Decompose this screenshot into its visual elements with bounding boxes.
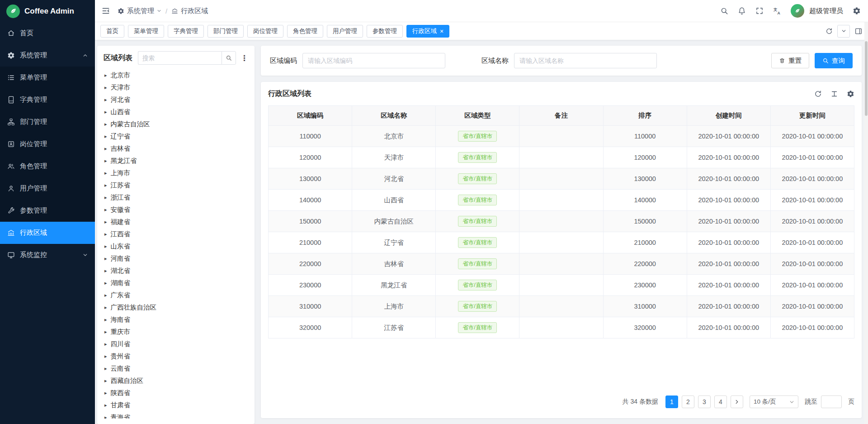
tree-item[interactable]: ▸ 海南省: [104, 314, 248, 326]
more-dots-icon[interactable]: ⋮: [241, 54, 248, 62]
tree-item[interactable]: ▸ 山西省: [104, 106, 248, 118]
tree-item-label: 青海省: [111, 413, 131, 419]
tree-item[interactable]: ▸ 陕西省: [104, 387, 248, 399]
page-tab[interactable]: 部门管理: [208, 25, 244, 38]
tree-item[interactable]: ▸ 青海省: [104, 411, 248, 419]
tree-item[interactable]: ▸ 江苏省: [104, 179, 248, 191]
sidebar-item-system-monitor[interactable]: 系统监控: [0, 244, 95, 266]
tree-item[interactable]: ▸ 湖南省: [104, 277, 248, 289]
page-tab[interactable]: 用户管理: [327, 25, 363, 38]
current-user-name[interactable]: 超级管理员: [809, 7, 843, 15]
table-row[interactable]: 310000 上海市 省市/直辖市 310000 2020-10-01 00:0…: [269, 296, 854, 317]
table-row[interactable]: 120000 天津市 省市/直辖市 120000 2020-10-01 00:0…: [269, 147, 854, 168]
sidebar-subitem[interactable]: 字典管理: [0, 89, 95, 111]
tab-actions-dropdown[interactable]: [837, 25, 850, 38]
sidebar-subitem[interactable]: 菜单管理: [0, 67, 95, 89]
tree-item[interactable]: ▸ 河南省: [104, 252, 248, 265]
reset-button[interactable]: 重置: [771, 53, 809, 68]
search-button[interactable]: 查询: [815, 53, 853, 68]
scrollbar-thumb[interactable]: [865, 41, 868, 116]
tree-item[interactable]: ▸ 上海市: [104, 167, 248, 179]
page-jump-input[interactable]: [821, 395, 842, 408]
breadcrumb-item-system[interactable]: 系统管理: [118, 7, 161, 15]
sidebar-subitem[interactable]: 岗位管理: [0, 133, 95, 155]
tree-item[interactable]: ▸ 安徽省: [104, 204, 248, 216]
region-table-card: 行政区域列表 区域编码区域名称区域类型备注排序创建时间更新时间: [261, 82, 862, 418]
page-size-select[interactable]: 10 条/页: [750, 395, 798, 408]
close-icon[interactable]: ×: [440, 28, 443, 34]
page-button[interactable]: 3: [698, 395, 711, 408]
vertical-scrollbar[interactable]: [864, 22, 868, 424]
region-code-input[interactable]: [302, 53, 445, 68]
page-tab[interactable]: 角色管理: [287, 25, 323, 38]
sidebar-subitem[interactable]: 参数管理: [0, 200, 95, 222]
tree-item[interactable]: ▸ 辽宁省: [104, 130, 248, 143]
search-icon[interactable]: [720, 7, 728, 15]
tree-item[interactable]: ▸ 福建省: [104, 216, 248, 228]
page-tab[interactable]: 菜单管理: [128, 25, 164, 38]
sidebar-subitem[interactable]: 行政区域: [0, 222, 95, 244]
tree-item[interactable]: ▸ 河北省: [104, 94, 248, 106]
refresh-icon[interactable]: [814, 90, 822, 98]
cell-sort: 110000: [603, 126, 687, 147]
page-tab[interactable]: 参数管理: [367, 25, 403, 38]
page-tab[interactable]: 字典管理: [168, 25, 204, 38]
tree-item[interactable]: ▸ 湖北省: [104, 265, 248, 277]
tree-item[interactable]: ▸ 山东省: [104, 240, 248, 252]
tree-item[interactable]: ▸ 吉林省: [104, 143, 248, 155]
cell-updated-time: 2020-10-01 00:00:00: [770, 296, 854, 317]
table-row[interactable]: 210000 辽宁省 省市/直辖市 210000 2020-10-01 00:0…: [269, 232, 854, 253]
page-button[interactable]: 2: [682, 395, 694, 408]
page-tab[interactable]: 行政区域 ×: [406, 25, 449, 38]
table-row[interactable]: 220000 吉林省 省市/直辖市 220000 2020-10-01 00:0…: [269, 253, 854, 275]
translate-icon[interactable]: [773, 7, 781, 15]
tree-item[interactable]: ▸ 北京市: [104, 69, 248, 81]
refresh-icon[interactable]: [826, 28, 833, 35]
tree-item[interactable]: ▸ 广东省: [104, 289, 248, 301]
sidebar-subitem[interactable]: 部门管理: [0, 111, 95, 133]
table-row[interactable]: 320000 江苏省 省市/直辖市 320000 2020-10-01 00:0…: [269, 317, 854, 338]
sidebar-subitem[interactable]: 角色管理: [0, 155, 95, 177]
next-page-button[interactable]: [731, 395, 743, 408]
bell-icon[interactable]: [738, 7, 746, 15]
tree-item[interactable]: ▸ 重庆市: [104, 326, 248, 338]
layout-icon[interactable]: [854, 27, 863, 35]
page-tab[interactable]: 岗位管理: [247, 25, 283, 38]
tree-item[interactable]: ▸ 江西省: [104, 228, 248, 240]
tree-item[interactable]: ▸ 贵州省: [104, 350, 248, 362]
text-height-icon[interactable]: [830, 90, 838, 98]
fullscreen-icon[interactable]: [755, 7, 764, 15]
tree-item[interactable]: ▸ 西藏自治区: [104, 375, 248, 387]
region-type-badge: 省市/直辖市: [458, 280, 497, 291]
tree-search-input[interactable]: [138, 51, 222, 65]
breadcrumb-item-region[interactable]: 行政区域: [171, 7, 208, 15]
tree-item[interactable]: ▸ 甘肃省: [104, 399, 248, 411]
table-row[interactable]: 150000 内蒙古自治区 省市/直辖市 150000 2020-10-01 0…: [269, 211, 854, 232]
tree-item[interactable]: ▸ 云南省: [104, 362, 248, 375]
avatar[interactable]: [791, 4, 804, 18]
tree-item[interactable]: ▸ 黑龙江省: [104, 155, 248, 167]
tree-item[interactable]: ▸ 天津市: [104, 81, 248, 94]
page-button[interactable]: 4: [714, 395, 727, 408]
tree-search-button[interactable]: [222, 51, 236, 65]
sidebar-item-home[interactable]: 首页: [0, 22, 95, 44]
chevron-right-icon: ▸: [104, 146, 107, 151]
tree-item[interactable]: ▸ 广西壮族自治区: [104, 301, 248, 314]
sidebar-item-system-management[interactable]: 系统管理: [0, 44, 95, 67]
sidebar-subitem[interactable]: 用户管理: [0, 177, 95, 200]
gear-icon[interactable]: [847, 90, 854, 98]
page-button[interactable]: 1: [665, 395, 678, 408]
table-row[interactable]: 130000 河北省 省市/直辖市 130000 2020-10-01 00:0…: [269, 168, 854, 190]
table-row[interactable]: 230000 黑龙江省 省市/直辖市 230000 2020-10-01 00:…: [269, 275, 854, 296]
table-row[interactable]: 110000 北京市 省市/直辖市 110000 2020-10-01 00:0…: [269, 126, 854, 147]
page-tab[interactable]: 首页: [100, 25, 124, 38]
menu-fold-icon[interactable]: [101, 6, 110, 15]
settings-gear-icon[interactable]: [853, 7, 861, 15]
sidebar: Coffee Admin 首页 系统管理 菜单管理: [0, 0, 95, 424]
tree-item[interactable]: ▸ 浙江省: [104, 191, 248, 204]
tree-item[interactable]: ▸ 内蒙古自治区: [104, 118, 248, 130]
table-row[interactable]: 140000 山西省 省市/直辖市 140000 2020-10-01 00:0…: [269, 190, 854, 211]
region-name-input[interactable]: [514, 53, 657, 68]
tree-item[interactable]: ▸ 四川省: [104, 338, 248, 350]
table-header-row: 区域编码区域名称区域类型备注排序创建时间更新时间: [269, 106, 854, 126]
